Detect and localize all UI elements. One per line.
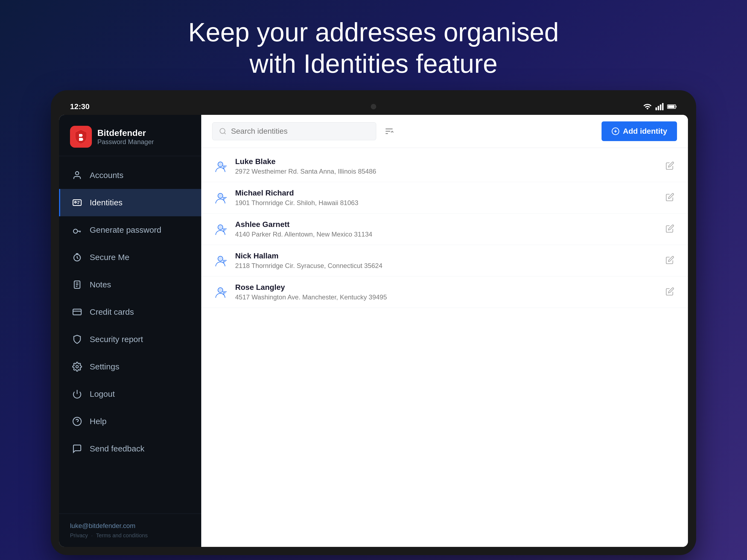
identity-list: Luke Blake 2972 Westheimer Rd. Santa Ann… bbox=[201, 148, 688, 547]
edit-icon bbox=[666, 256, 674, 264]
feedback-icon bbox=[71, 443, 83, 455]
sidebar-item-help[interactable]: Help bbox=[59, 408, 201, 435]
gear-icon bbox=[71, 361, 83, 373]
bitdefender-logo-icon bbox=[74, 129, 88, 144]
identity-name: Nick Hallam bbox=[235, 252, 656, 260]
identity-address: 2972 Westheimer Rd. Santa Anna, Illinois… bbox=[235, 168, 656, 175]
device-frame: 12:30 Bitdefen bbox=[51, 90, 696, 555]
sort-button[interactable] bbox=[384, 127, 394, 136]
wifi-icon bbox=[643, 102, 652, 111]
identity-info: Michael Richard 1901 Thornridge Cir. Shi… bbox=[235, 189, 656, 207]
identity-avatar bbox=[212, 189, 229, 206]
user-icon bbox=[71, 169, 83, 181]
svg-rect-1 bbox=[658, 106, 659, 110]
notes-icon bbox=[71, 279, 83, 291]
sidebar-item-secure-me[interactable]: Secure Me bbox=[59, 244, 201, 271]
sidebar-header-text: Bitdefender Password Manager bbox=[97, 128, 154, 146]
identity-avatar-icon bbox=[213, 190, 228, 205]
device-time: 12:30 bbox=[70, 102, 90, 111]
sidebar-item-credit-cards[interactable]: Credit cards bbox=[59, 298, 201, 326]
edit-icon bbox=[666, 193, 674, 202]
sidebar-item-identities[interactable]: Identities bbox=[59, 189, 201, 216]
identity-edit-button[interactable] bbox=[663, 159, 677, 174]
add-identity-label: Add identity bbox=[623, 127, 667, 136]
identity-item[interactable]: Luke Blake 2972 Westheimer Rd. Santa Ann… bbox=[201, 151, 688, 182]
identity-name: Ashlee Garnett bbox=[235, 220, 656, 229]
secure-me-label: Secure Me bbox=[90, 253, 129, 262]
generate-password-label: Generate password bbox=[90, 225, 161, 235]
sidebar-footer: luke@bitdefender.com Privacy · Terms and… bbox=[59, 513, 201, 547]
identity-address: 4140 Parker Rd. Allentown, New Mexico 31… bbox=[235, 230, 656, 238]
app-subtitle: Password Manager bbox=[97, 138, 154, 146]
power-icon bbox=[71, 388, 83, 400]
sidebar-item-logout[interactable]: Logout bbox=[59, 380, 201, 408]
svg-point-10 bbox=[74, 229, 78, 233]
device-camera bbox=[371, 104, 376, 109]
id-card-icon bbox=[71, 197, 83, 209]
search-box[interactable] bbox=[212, 122, 376, 140]
search-input[interactable] bbox=[231, 127, 369, 136]
identity-edit-button[interactable] bbox=[663, 284, 677, 300]
help-label: Help bbox=[90, 417, 107, 426]
identity-info: Luke Blake 2972 Westheimer Rd. Santa Ann… bbox=[235, 157, 656, 175]
footer-links: Privacy · Terms and conditions bbox=[70, 532, 190, 539]
identity-address: 4517 Washington Ave. Manchester, Kentuck… bbox=[235, 294, 656, 301]
terms-link[interactable]: Terms and conditions bbox=[96, 532, 148, 539]
app-name: Bitdefender bbox=[97, 128, 154, 138]
status-icons bbox=[643, 102, 677, 111]
credit-card-icon bbox=[71, 306, 83, 318]
logout-label: Logout bbox=[90, 389, 115, 399]
privacy-link[interactable]: Privacy bbox=[70, 532, 88, 539]
identity-address: 1901 Thornridge Cir. Shiloh, Hawaii 8106… bbox=[235, 199, 656, 207]
identity-info: Nick Hallam 2118 Thornridge Cir. Syracus… bbox=[235, 252, 656, 270]
send-feedback-label: Send feedback bbox=[90, 444, 145, 453]
timer-icon bbox=[71, 251, 83, 263]
sidebar-nav: Accounts Identities Generate password bbox=[59, 156, 201, 513]
signal-icon bbox=[655, 102, 664, 111]
svg-point-7 bbox=[75, 172, 79, 175]
identity-edit-button[interactable] bbox=[663, 190, 677, 205]
plus-circle-icon bbox=[611, 127, 620, 135]
credit-cards-label: Credit cards bbox=[90, 307, 134, 316]
sidebar-item-generate-password[interactable]: Generate password bbox=[59, 216, 201, 244]
settings-label: Settings bbox=[90, 362, 119, 371]
main-content: Add identity Luke Blake 2972 Westheimer bbox=[201, 115, 688, 547]
identity-item[interactable]: Michael Richard 1901 Thornridge Cir. Shi… bbox=[201, 182, 688, 213]
sidebar-item-security-report[interactable]: Security report bbox=[59, 326, 201, 353]
identity-name: Luke Blake bbox=[235, 157, 656, 166]
identity-info: Rose Langley 4517 Washington Ave. Manche… bbox=[235, 283, 656, 301]
identity-avatar-icon bbox=[213, 159, 228, 174]
identity-avatar bbox=[212, 252, 229, 269]
identity-avatar bbox=[212, 284, 229, 300]
sidebar-header: Bitdefender Password Manager bbox=[59, 115, 201, 156]
identity-avatar-icon bbox=[213, 222, 228, 236]
sidebar-item-send-feedback[interactable]: Send feedback bbox=[59, 435, 201, 462]
user-email: luke@bitdefender.com bbox=[70, 522, 190, 530]
sidebar-item-settings[interactable]: Settings bbox=[59, 353, 201, 380]
identity-avatar bbox=[212, 158, 229, 175]
edit-icon bbox=[666, 224, 674, 233]
identity-name: Michael Richard bbox=[235, 189, 656, 198]
footer-separator: · bbox=[91, 532, 93, 539]
sidebar: Bitdefender Password Manager Accounts bbox=[59, 115, 201, 547]
svg-point-9 bbox=[75, 202, 76, 203]
identity-item[interactable]: Ashlee Garnett 4140 Parker Rd. Allentown… bbox=[201, 213, 688, 245]
svg-rect-3 bbox=[662, 103, 663, 110]
identity-avatar-icon bbox=[213, 285, 228, 299]
svg-point-14 bbox=[76, 365, 78, 368]
identity-address: 2118 Thornridge Cir. Syracuse, Connectic… bbox=[235, 262, 656, 270]
search-icon bbox=[219, 127, 227, 135]
identity-edit-button[interactable] bbox=[663, 222, 677, 237]
key-icon bbox=[71, 224, 83, 236]
sidebar-item-notes[interactable]: Notes bbox=[59, 271, 201, 298]
identity-item[interactable]: Nick Hallam 2118 Thornridge Cir. Syracus… bbox=[201, 245, 688, 276]
app-container: Bitdefender Password Manager Accounts bbox=[59, 115, 688, 547]
sidebar-item-accounts[interactable]: Accounts bbox=[59, 161, 201, 189]
identities-label: Identities bbox=[90, 198, 123, 207]
identity-item[interactable]: Rose Langley 4517 Washington Ave. Manche… bbox=[201, 276, 688, 308]
identity-edit-button[interactable] bbox=[663, 253, 677, 268]
sort-icon bbox=[384, 127, 394, 136]
svg-rect-2 bbox=[660, 104, 661, 110]
add-identity-button[interactable]: Add identity bbox=[601, 121, 677, 141]
shield-icon bbox=[71, 333, 83, 345]
